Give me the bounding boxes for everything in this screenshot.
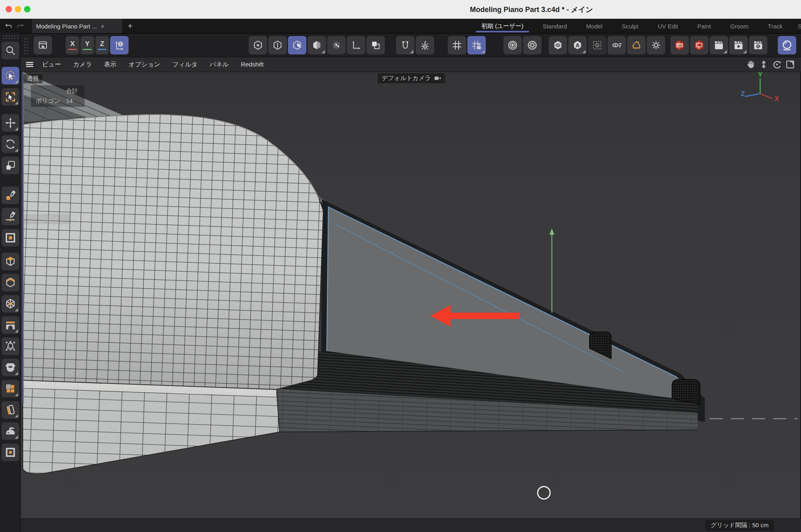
redshift-renderview-button[interactable]: RV	[670, 36, 689, 54]
spline-pen-button[interactable]	[2, 208, 19, 225]
maximize-view-icon[interactable]	[785, 59, 795, 70]
sphere-icon	[781, 39, 793, 51]
layout-tab-sculpt[interactable]: Sculpt	[612, 19, 648, 33]
coordinate-system-icon	[114, 40, 125, 51]
viewport-menu-button[interactable]	[25, 60, 34, 69]
zoom-view-icon[interactable]	[759, 59, 769, 70]
hamburger-icon	[25, 60, 34, 69]
zoom-traffic-light[interactable]	[24, 6, 30, 12]
rectangle-selection-button[interactable]	[2, 88, 19, 106]
render-settings-button[interactable]	[749, 36, 767, 54]
texture-mode-button[interactable]	[327, 36, 346, 54]
redo-button[interactable]	[14, 19, 26, 33]
close-traffic-light[interactable]	[6, 6, 12, 12]
document-tab-bar: Modeling Piano Part ... × + 初期 (ユーザー) St…	[0, 19, 801, 33]
iron-smooth-button[interactable]	[2, 422, 19, 440]
z-axis-lock-button[interactable]: Z	[95, 36, 109, 54]
layout-tab-uvedit[interactable]: UV Edit	[648, 19, 688, 33]
svg-text:RV: RV	[677, 43, 682, 47]
undo-button[interactable]	[2, 19, 14, 33]
redshift-ipr-button[interactable]	[690, 36, 708, 54]
rectangle-primitive-button[interactable]	[2, 229, 19, 247]
isolate-region-button[interactable]	[588, 36, 606, 54]
close-tab-icon[interactable]: ×	[101, 23, 105, 30]
falloff-button[interactable]	[503, 36, 522, 54]
workplane-button[interactable]	[347, 36, 365, 54]
render-picture-viewer-button[interactable]	[729, 36, 748, 54]
y-axis-lock-button[interactable]: Y	[81, 36, 94, 54]
recycle-arrows-icon	[631, 40, 642, 51]
polygon-pen-button[interactable]	[2, 187, 19, 204]
menu-view[interactable]: ビュー	[36, 60, 67, 69]
bevel-button[interactable]	[2, 274, 19, 291]
live-selection-icon	[4, 70, 16, 82]
projection-label[interactable]: 透視	[23, 74, 42, 83]
live-selection-button[interactable]	[2, 67, 19, 84]
bell-points-icon	[4, 340, 16, 352]
render-view-button[interactable]	[710, 36, 728, 54]
extrude-button[interactable]	[2, 253, 19, 270]
layout-tab-standard[interactable]: Standard	[533, 19, 577, 33]
snap-settings-gear-icon	[419, 40, 431, 51]
pan-hand-icon[interactable]	[745, 59, 756, 70]
falloff-settings-icon	[527, 40, 538, 51]
menu-redshift[interactable]: Redshift	[235, 61, 270, 68]
connect-button[interactable]	[2, 401, 19, 419]
x-axis-lock-button[interactable]: X	[66, 36, 79, 54]
menu-panel[interactable]: パネル	[204, 60, 235, 69]
weld-mask-button[interactable]	[2, 359, 19, 376]
scene-canvas[interactable]	[21, 72, 801, 518]
points-mode-icon	[252, 40, 264, 51]
redshift-ipr-icon	[693, 39, 705, 51]
layout-tab-groom[interactable]: Groom	[720, 19, 758, 33]
grid-toggle-button[interactable]	[448, 36, 466, 54]
edges-mode-button[interactable]	[268, 36, 287, 54]
bridge-button[interactable]	[2, 316, 19, 334]
falloff-settings-button[interactable]	[523, 36, 541, 54]
layout-tab-paint[interactable]: Paint	[688, 19, 720, 33]
toolbar-drag-handle[interactable]	[23, 36, 28, 54]
solo-mode-button[interactable]	[366, 36, 385, 54]
layout-tab-model[interactable]: Model	[577, 19, 612, 33]
new-tab-button[interactable]: +	[122, 19, 138, 33]
camera-label[interactable]: デフォルトカメラ	[378, 73, 445, 83]
menu-filter[interactable]: フィルタ	[166, 60, 203, 69]
move-tool-button[interactable]	[2, 114, 19, 132]
asset-browser-button[interactable]	[34, 36, 52, 54]
menu-display[interactable]: 表示	[98, 60, 123, 69]
minimize-traffic-light[interactable]	[15, 6, 21, 12]
display-filter-button[interactable]	[608, 36, 626, 54]
rotate-view-icon[interactable]	[772, 59, 782, 70]
search-commander-button[interactable]	[2, 42, 19, 59]
axis-gizmo[interactable]: Y Z X	[739, 72, 779, 103]
rotate-tool-button[interactable]	[2, 135, 19, 153]
layout-tab-startup[interactable]: 初期 (ユーザー)	[472, 19, 533, 33]
display-settings-button[interactable]	[647, 36, 665, 54]
model-mode-button[interactable]	[308, 36, 326, 54]
gizmo-z-label: Z	[741, 90, 745, 97]
bell-selection-button[interactable]	[2, 337, 19, 355]
volume-builder-button[interactable]	[2, 380, 19, 397]
palette-drag-handle[interactable]	[2, 35, 18, 40]
coordinate-system-button[interactable]	[110, 36, 129, 54]
menu-options[interactable]: オプション	[123, 60, 166, 69]
inner-extrude-button[interactable]	[2, 295, 19, 313]
snap-button[interactable]	[396, 36, 415, 54]
snap-settings-button[interactable]	[416, 36, 434, 54]
quantize-lock-button[interactable]	[467, 36, 486, 54]
simulation-sphere-button[interactable]	[778, 36, 796, 54]
visibility-button[interactable]	[549, 36, 567, 54]
weld-mask-icon	[4, 361, 16, 373]
viewport-3d[interactable]: 透視 合計 ポリゴン 14 デフォルトカメラ ライブ選択▸ Y Z X	[21, 72, 801, 518]
document-tab[interactable]: Modeling Piano Part ... ×	[32, 19, 122, 33]
gizmo-x-label: X	[775, 95, 779, 102]
auto-mode-button[interactable]: A	[568, 36, 587, 54]
plane-primitive-button[interactable]	[2, 444, 19, 461]
menu-camera[interactable]: カメラ	[67, 60, 98, 69]
scale-tool-button[interactable]	[2, 157, 19, 174]
polygons-mode-button[interactable]	[288, 36, 306, 54]
layout-tab-clipped[interactable]: S	[792, 19, 801, 33]
update-scene-button[interactable]	[627, 36, 646, 54]
points-mode-button[interactable]	[249, 36, 267, 54]
layout-tab-track[interactable]: Track	[758, 19, 792, 33]
